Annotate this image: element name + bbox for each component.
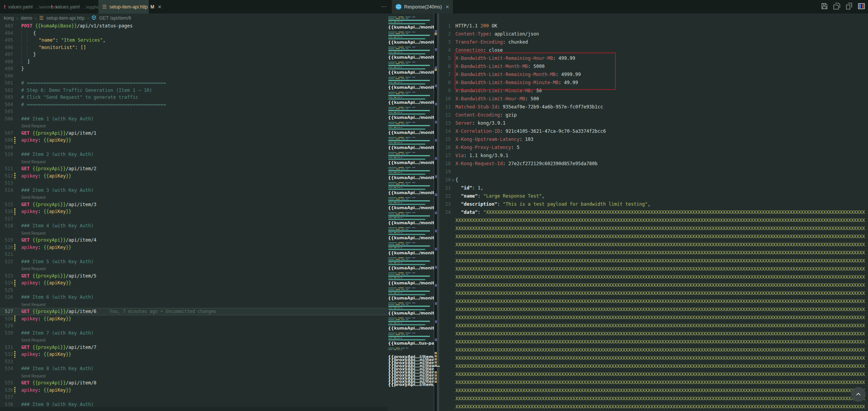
breadcrumb-item[interactable]: demo: [21, 15, 32, 21]
response-line[interactable]: 1HTTP/1.1 200 OK: [439, 22, 868, 30]
close-icon[interactable]: ✕: [445, 4, 449, 10]
code-line[interactable]: 519GET {{proxyApi}}/api/item/4: [0, 237, 388, 244]
send-request-codelens[interactable]: Send Request: [21, 267, 46, 271]
code-line[interactable]: 536apikey: {{apiKey}}: [0, 387, 388, 394]
code-line[interactable]: 505: [0, 108, 388, 115]
response-line[interactable]: 7X-Bandwidth-Limit-Remaining-Month-MB: 4…: [439, 71, 868, 79]
response-pane[interactable]: 1HTTP/1.1 200 OK2Content-Type: applicati…: [439, 14, 868, 411]
code-line[interactable]: 500: [0, 73, 388, 80]
code-line[interactable]: 532apikey: {{apiKey}}: [0, 351, 388, 358]
response-line[interactable]: 22 "name": "Large Response Test",: [439, 192, 868, 200]
response-line[interactable]: 8X-Bandwidth-Limit-Remaining-Minute-MB: …: [439, 79, 868, 87]
code-line[interactable]: 522### Item 5 (with Key Auth): [0, 258, 388, 266]
code-line[interactable]: 518### Item 4 (with Key Auth): [0, 222, 388, 230]
split-editor-icon[interactable]: [858, 3, 865, 10]
response-line[interactable]: 3Transfer-Encoding: chunked: [439, 38, 868, 46]
code-line[interactable]: 535GET {{proxyApi}}/api/item/8: [0, 379, 388, 387]
code-line[interactable]: 523GET {{proxyApi}}/api/item/5: [0, 272, 388, 280]
code-line[interactable]: 538### Item 9 (with Key Auth): [0, 401, 388, 408]
response-wrapped-line[interactable]: XXXXXXXXXXXXXXXXXXXXXXXXXXXXXXXXXXXXXXXX…: [439, 362, 868, 370]
code-line[interactable]: 503# Click "Send Request" to generate tr…: [0, 94, 388, 101]
send-request-codelens[interactable]: Send Request: [21, 124, 46, 128]
response-line[interactable]: 20∨{: [439, 176, 868, 184]
response-line[interactable]: 16X-Kong-Proxy-Latency: 5: [439, 144, 868, 152]
copy-response-body-icon[interactable]: [846, 3, 853, 10]
response-wrapped-line[interactable]: XXXXXXXXXXXXXXXXXXXXXXXXXXXXXXXXXXXXXXXX…: [439, 354, 868, 362]
save-response-body-icon[interactable]: [833, 3, 840, 10]
send-request-codelens[interactable]: Send Request: [21, 231, 46, 235]
response-line[interactable]: 21 "id": 1,: [439, 184, 868, 192]
code-line[interactable]: 514### Item 3 (with Key Auth): [0, 187, 388, 194]
code-line[interactable]: 526### Item 6 (with Key Auth): [0, 294, 388, 301]
code-line[interactable]: 496 "monitorList": []: [0, 44, 388, 51]
response-line[interactable]: 17Via: 1.1 kong/3.9.1: [439, 152, 868, 160]
response-wrapped-line[interactable]: XXXXXXXXXXXXXXXXXXXXXXXXXXXXXXXXXXXXXXXX…: [439, 387, 868, 395]
response-line[interactable]: 11Matched-Stub-Id: 935eaf0e-72b9-4a6b-95…: [439, 103, 868, 111]
code-line[interactable]: 529: [0, 322, 388, 330]
code-line[interactable]: 507GET {{proxyApi}}/api/item/1: [0, 130, 388, 137]
response-line[interactable]: 6X-Bandwidth-Limit-Month-MB: 5000: [439, 63, 868, 71]
response-line[interactable]: 10X-Bandwidth-Limit-Hour-MB: 500: [439, 95, 868, 103]
response-wrapped-line[interactable]: XXXXXXXXXXXXXXXXXXXXXXXXXXXXXXXXXXXXXXXX…: [439, 265, 868, 273]
response-wrapped-line[interactable]: XXXXXXXXXXXXXXXXXXXXXXXXXXXXXXXXXXXXXXXX…: [439, 241, 868, 249]
left-code-area[interactable]: 483POST {{kumaApiBase}}/api/v1/status-pa…: [0, 22, 388, 407]
code-line[interactable]: 516apikey: {{apiKey}}: [0, 208, 388, 215]
codelens-row[interactable]: Send Request: [0, 158, 388, 166]
response-wrapped-line[interactable]: XXXXXXXXXXXXXXXXXXXXXXXXXXXXXXXXXXXXXXXX…: [439, 257, 868, 265]
code-line[interactable]: 530### Item 7 (with Key Auth): [0, 330, 388, 337]
response-wrapped-line[interactable]: XXXXXXXXXXXXXXXXXXXXXXXXXXXXXXXXXXXXXXXX…: [439, 322, 868, 330]
code-line[interactable]: 501# ===================================…: [0, 79, 388, 87]
response-line[interactable]: 15X-Kong-Upstream-Latency: 103: [439, 135, 868, 144]
codelens-row[interactable]: Send Request: [0, 337, 388, 344]
response-wrapped-line[interactable]: XXXXXXXXXXXXXXXXXXXXXXXXXXXXXXXXXXXXXXXX…: [439, 314, 868, 322]
tab-values-yaml-egghead[interactable]: ! values.yaml ...\egghead-bro: [47, 0, 98, 14]
scroll-to-top-button[interactable]: [851, 387, 866, 402]
code-line[interactable]: 499}: [0, 65, 388, 73]
code-line[interactable]: 521: [0, 251, 388, 258]
code-line[interactable]: 497 }: [0, 51, 388, 58]
response-line[interactable]: 14X-Correlation-ID: 921c4105-3621-47ca-9…: [439, 127, 868, 135]
close-icon[interactable]: ✕: [158, 4, 162, 10]
code-line[interactable]: 494 {: [0, 30, 388, 37]
response-wrapped-line[interactable]: XXXXXXXXXXXXXXXXXXXXXXXXXXXXXXXXXXXXXXXX…: [439, 338, 868, 346]
code-line[interactable]: 533: [0, 358, 388, 365]
response-wrapped-line[interactable]: XXXXXXXXXXXXXXXXXXXXXXXXXXXXXXXXXXXXXXXX…: [439, 330, 868, 338]
send-request-codelens[interactable]: Send Request: [21, 338, 46, 342]
send-request-codelens[interactable]: Send Request: [21, 195, 46, 200]
response-line[interactable]: 4Connection: close: [439, 46, 868, 54]
code-line[interactable]: 506### Item 1 (with Key Auth): [0, 115, 388, 123]
code-line[interactable]: 504# ===================================…: [0, 101, 388, 108]
response-line[interactable]: 12Content-Encoding: gzip: [439, 111, 868, 119]
code-line[interactable]: 515GET {{proxyApi}}/api/item/3: [0, 201, 388, 208]
response-wrapped-line[interactable]: XXXXXXXXXXXXXXXXXXXXXXXXXXXXXXXXXXXXXXXX…: [439, 370, 868, 379]
code-line[interactable]: 527GET {{proxyApi}}/api/item/6You, 7 min…: [0, 308, 388, 315]
code-line[interactable]: 483POST {{kumaApiBase}}/api/v1/status-pa…: [0, 22, 388, 30]
send-request-codelens[interactable]: Send Request: [21, 374, 46, 378]
response-wrapped-line[interactable]: XXXXXXXXXXXXXXXXXXXXXXXXXXXXXXXXXXXXXXXX…: [439, 216, 868, 225]
response-wrapped-line[interactable]: XXXXXXXXXXXXXXXXXXXXXXXXXXXXXXXXXXXXXXXX…: [439, 225, 868, 233]
code-line[interactable]: 537: [0, 394, 388, 401]
response-wrapped-line[interactable]: XXXXXXXXXXXXXXXXXXXXXXXXXXXXXXXXXXXXXXXX…: [439, 306, 868, 314]
send-request-codelens[interactable]: Send Request: [21, 303, 46, 307]
codelens-row[interactable]: Send Request: [0, 230, 388, 237]
code-line[interactable]: 534### Item 8 (with Key Auth): [0, 365, 388, 372]
save-response-icon[interactable]: [821, 3, 828, 10]
minimap[interactable]: {{kumaApi…/monitors{{kumaApi…/monitors{{…: [388, 14, 434, 411]
codelens-row[interactable]: Send Request: [0, 372, 388, 380]
code-line[interactable]: 531GET {{proxyApi}}/api/item/7: [0, 344, 388, 351]
tab-setup-item-api-http[interactable]: ☰ setup-item-api.http M ✕: [98, 0, 149, 14]
response-line[interactable]: 18X-Kong-Request-Id: 27e2cf272129c602390…: [439, 160, 868, 168]
response-line[interactable]: 5X-Bandwidth-Limit-Remaining-Hour-MB: 49…: [439, 54, 868, 63]
tab-values-yaml-wiremock[interactable]: ! values.yaml ...\wiremock: [0, 0, 47, 14]
tab-response[interactable]: Response(240ms) ✕: [392, 0, 453, 14]
code-line[interactable]: 513: [0, 179, 388, 187]
response-line[interactable]: 13Server: kong/3.9.1: [439, 119, 868, 127]
response-wrapped-line[interactable]: XXXXXXXXXXXXXXXXXXXXXXXXXXXXXXXXXXXXXXXX…: [439, 281, 868, 289]
codelens-row[interactable]: Send Request: [0, 122, 388, 130]
codelens-row[interactable]: Send Request: [0, 265, 388, 272]
code-line[interactable]: 508apikey: {{apiKey}}: [0, 137, 388, 144]
response-wrapped-line[interactable]: XXXXXXXXXXXXXXXXXXXXXXXXXXXXXXXXXXXXXXXX…: [439, 379, 868, 387]
response-wrapped-line[interactable]: XXXXXXXXXXXXXXXXXXXXXXXXXXXXXXXXXXXXXXXX…: [439, 249, 868, 257]
send-request-codelens[interactable]: Send Request: [21, 160, 46, 164]
codelens-row[interactable]: Send Request: [0, 301, 388, 308]
